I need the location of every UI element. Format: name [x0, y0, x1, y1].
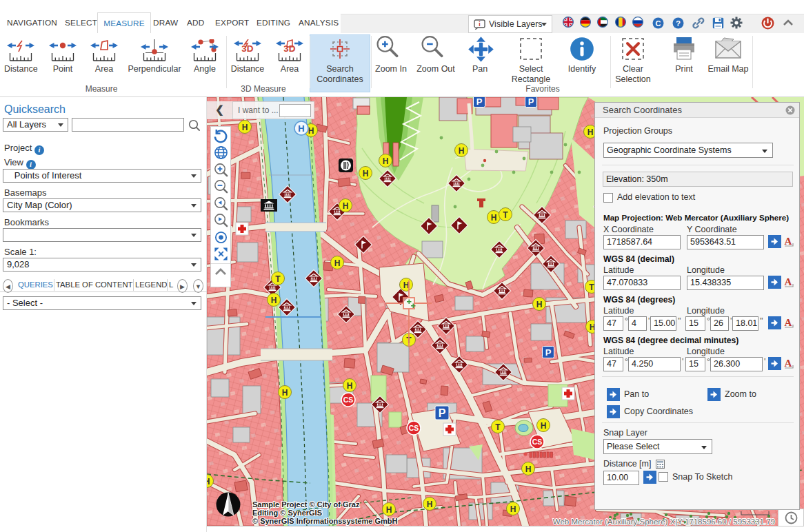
svg-text:P: P: [476, 97, 483, 107]
svg-text:C: C: [656, 19, 661, 28]
svg-text:Web Mercator (Auxiliary Sphere: Web Mercator (Auxiliary Sphere) X|Y 1718…: [553, 518, 775, 526]
svg-text:H: H: [510, 504, 516, 514]
svg-text:H: H: [347, 381, 353, 391]
svg-text:H: H: [403, 280, 410, 290]
svg-text:P: P: [439, 407, 446, 419]
svg-text:H: H: [491, 213, 497, 223]
svg-text:H: H: [383, 156, 389, 166]
svg-text:CS: CS: [409, 424, 419, 432]
svg-text:Editing © SynerGIS: Editing © SynerGIS: [252, 509, 322, 517]
svg-text:T: T: [275, 274, 281, 284]
svg-text:© SynerGIS Informationssysteme: © SynerGIS Informationssysteme GmbH: [252, 517, 397, 525]
svg-text:H: H: [459, 146, 465, 156]
svg-text:Sample Project © City of Graz: Sample Project © City of Graz: [252, 500, 360, 509]
svg-text:H: H: [363, 169, 369, 178]
svg-text:H: H: [308, 126, 314, 136]
svg-text:P: P: [528, 97, 534, 107]
svg-text:H: H: [536, 300, 543, 309]
svg-text:H: H: [587, 127, 594, 137]
svg-text:H: H: [298, 123, 304, 134]
svg-text:A: A: [785, 317, 792, 328]
svg-text:H: H: [525, 464, 532, 474]
svg-text:P: P: [545, 347, 552, 358]
svg-text:H: H: [343, 201, 349, 211]
svg-text:?: ?: [676, 19, 681, 28]
svg-text:H: H: [386, 505, 392, 515]
svg-text:3D: 3D: [241, 43, 254, 54]
svg-text:A: A: [785, 358, 792, 369]
svg-text:T: T: [495, 422, 501, 432]
svg-text:H: H: [271, 296, 277, 305]
svg-text:H: H: [427, 500, 433, 509]
svg-text:3D: 3D: [283, 43, 296, 54]
svg-text:A: A: [785, 276, 792, 287]
svg-text:H: H: [334, 258, 341, 268]
svg-text:H: H: [541, 421, 547, 431]
svg-text:H: H: [282, 388, 288, 398]
svg-text:T: T: [503, 210, 508, 220]
svg-text:i: i: [479, 21, 481, 28]
svg-text:A: A: [785, 236, 792, 247]
svg-text:H: H: [207, 477, 210, 487]
svg-text:CS: CS: [532, 438, 543, 446]
svg-text:CS: CS: [343, 396, 354, 404]
svg-text:H: H: [242, 123, 248, 132]
